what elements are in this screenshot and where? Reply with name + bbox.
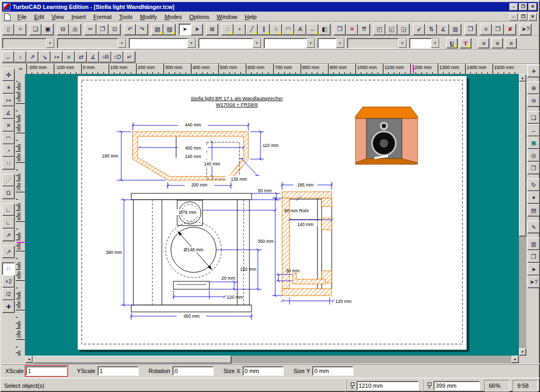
chevron-down-icon[interactable]: ▼ — [46, 38, 54, 48]
copy-entities-button[interactable]: ❒ — [334, 24, 346, 35]
ruler-unit-label[interactable]: m — [16, 64, 25, 74]
chevron-down-icon[interactable]: ▼ — [187, 38, 196, 48]
align-left-button[interactable]: ≡ — [478, 38, 489, 48]
paste-button[interactable]: ⊡ — [109, 24, 121, 35]
undo-button[interactable]: ↶ — [124, 24, 136, 35]
rotation-input[interactable] — [172, 366, 214, 376]
print-button[interactable]: ⊟ — [57, 24, 69, 35]
continuous-dimension-button[interactable]: ⇄ — [75, 51, 87, 63]
horizontal-ruler[interactable]: -200 mm-100 mm0 mm100 mm200 mm300 mm400 … — [25, 64, 519, 74]
multiline-tool-button[interactable]: ∥ — [258, 24, 270, 35]
chevron-down-icon[interactable]: ▼ — [336, 38, 344, 48]
drawing-canvas[interactable]: Stella light BR 17 L als Wandlautspreche… — [25, 74, 526, 364]
palette-button[interactable]: ▥ — [527, 238, 540, 250]
horizontal-scrollbar[interactable]: ◂ ▸ — [25, 356, 519, 364]
zoom-window-button[interactable]: ❑ — [527, 111, 540, 124]
copy-button[interactable]: ❐ — [97, 24, 109, 35]
text-tool-button[interactable]: A — [294, 24, 306, 35]
text-size-combo[interactable]: ▼ — [317, 38, 345, 48]
horizontal-dimension-button[interactable]: ↔ — [2, 51, 14, 63]
new-view-button[interactable]: ✦ — [527, 191, 540, 204]
insert-picture-button[interactable]: ▧ — [151, 24, 163, 35]
chevron-down-icon[interactable]: ▼ — [118, 38, 126, 48]
zoom-out-button[interactable]: ⊖ — [527, 94, 540, 107]
dimension-tool-button[interactable]: ↔ — [306, 24, 319, 35]
menu-edit[interactable]: Edit — [31, 13, 48, 21]
grid-half-button[interactable]: /2 — [2, 288, 15, 300]
layer-combo[interactable]: ▼ — [129, 38, 196, 48]
snap-intersection-button[interactable]: ✕ — [2, 119, 15, 132]
new-button[interactable]: ▯ — [2, 24, 14, 35]
radius-dimension-button[interactable]: ○R — [99, 51, 111, 63]
pick-view-button[interactable]: ❒ — [527, 250, 540, 263]
snap-grid-button[interactable]: ∷ — [2, 157, 15, 170]
align-center-button[interactable]: ≡ — [491, 38, 503, 48]
snap-settings-button[interactable]: ✜ — [2, 68, 15, 81]
scroll-left-button[interactable]: ◂ — [25, 356, 33, 363]
mdi-minimize-button[interactable]: – — [509, 13, 518, 21]
grid-double-button[interactable]: ×2 — [2, 275, 15, 288]
image-tool-button[interactable]: ▥ — [449, 24, 461, 35]
zoom-page-button[interactable]: ❐ — [527, 162, 540, 174]
chevron-down-icon[interactable]: ▼ — [398, 38, 407, 48]
mdi-restore-button[interactable]: ❐ — [519, 13, 527, 21]
display-order-button[interactable]: ≡ — [480, 24, 492, 35]
delete-button[interactable]: ✘ — [504, 24, 516, 35]
menu-modify[interactable]: Modify — [136, 13, 160, 21]
magnetic-point-button[interactable]: Ω — [2, 187, 15, 199]
grid-move-button[interactable]: ✚ — [2, 300, 15, 313]
menu-file[interactable]: File — [14, 13, 31, 21]
circle-tool-button[interactable]: ○ — [270, 24, 282, 35]
align-right-button[interactable]: ≡ — [505, 38, 517, 48]
new-from-template-button[interactable]: ✧ — [14, 24, 26, 35]
select-button[interactable]: ➤ — [179, 24, 191, 35]
brush-style-combo[interactable]: ▼ — [347, 38, 407, 48]
menu-format[interactable]: Format — [90, 13, 115, 21]
show-grid-button[interactable]: ∷ — [2, 262, 15, 275]
parallel-dimension-button[interactable]: ⇗ — [26, 51, 38, 63]
zoom-extents-button[interactable]: ↔ — [527, 124, 540, 136]
select-edit-button[interactable]: ➤ — [191, 24, 203, 35]
ungroup-button[interactable]: ◱ — [385, 24, 398, 35]
chevron-down-icon[interactable]: ▼ — [431, 38, 439, 48]
snap-nearest-button[interactable]: ↦ — [2, 94, 15, 106]
erase-button[interactable]: ✕ — [346, 24, 358, 35]
xscale-input[interactable] — [26, 366, 67, 376]
zoom-in-button[interactable]: ⊕ — [527, 82, 540, 94]
print-preview-button[interactable]: ◎ — [69, 24, 81, 35]
point-tool-button[interactable]: ∴ — [221, 24, 234, 35]
pen-width-combo[interactable]: ▼ — [57, 38, 127, 48]
polar-coordinates-button[interactable]: ⇗ — [2, 229, 15, 241]
size-x-input[interactable] — [243, 366, 284, 376]
no-snap-button[interactable]: ✳ — [2, 81, 15, 94]
vertical-scroll-thumb[interactable] — [519, 82, 526, 237]
rotated-dimension-button[interactable]: ⇘ — [38, 51, 51, 63]
selection-info-button[interactable]: ⊞ — [206, 24, 218, 35]
menu-view[interactable]: View — [48, 13, 68, 21]
redraw-button[interactable]: ↻ — [527, 179, 540, 191]
scroll-up-button[interactable]: ▴ — [519, 74, 526, 82]
save-button[interactable]: ▣ — [42, 24, 54, 35]
vertical-ruler[interactable]: 1000 mm900 mm800 mm700 mm600 mm500 mm400… — [16, 74, 25, 356]
snap-arc-center-button[interactable]: ◠ — [2, 132, 15, 144]
format-painter-button[interactable]: ◧ — [319, 24, 331, 35]
y-coordinate-input[interactable] — [433, 381, 480, 390]
apparent-intersection-button[interactable]: ↗ — [2, 246, 15, 258]
snap-vertex-button[interactable]: ⋰ — [2, 174, 15, 187]
insert-symbol-button[interactable]: ⇈ — [358, 24, 370, 35]
size-y-input[interactable] — [312, 366, 353, 376]
menu-help[interactable]: Help — [241, 13, 261, 21]
measure-coordinate-button[interactable]: ⇅ — [425, 24, 437, 35]
leader-button[interactable]: ↵ — [123, 51, 136, 63]
dot-tool-button[interactable]: • — [234, 24, 246, 35]
text-style-combo[interactable]: ▼ — [264, 38, 315, 48]
birds-eye-button[interactable]: ✈ — [527, 65, 540, 77]
cut-button[interactable]: ✂ — [84, 24, 97, 35]
vertical-dimension-button[interactable]: ↕ — [14, 51, 26, 63]
font-combo[interactable]: ▼ — [198, 38, 262, 48]
zoom-combo[interactable]: ▼ — [409, 38, 440, 48]
zoom-printed-size-button[interactable]: ◎ — [527, 149, 540, 162]
datum-dimension-button[interactable]: ↦ — [51, 51, 63, 63]
x-coordinate-input[interactable] — [356, 381, 419, 390]
mdi-close-button[interactable]: ✕ — [528, 13, 537, 21]
